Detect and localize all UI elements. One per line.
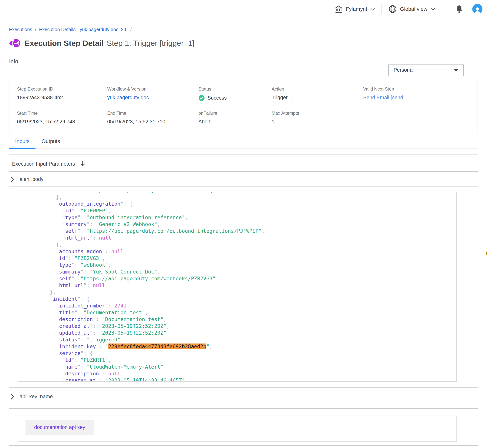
chevron-down-icon: [430, 7, 435, 11]
code-line: "status": "triggered",: [38, 336, 456, 343]
alert-body-collapse-row[interactable]: alert_body: [9, 172, 478, 186]
download-arrow-icon[interactable]: [80, 161, 86, 167]
field-label: Status: [198, 86, 272, 92]
code-line: },: [38, 289, 456, 296]
bell-icon: [455, 5, 463, 13]
field-value: Abort: [198, 119, 272, 125]
code-line: "type": "webhook",: [38, 262, 456, 268]
org-label: Fylamynt: [346, 6, 367, 12]
code-line: "updated_at": "2023-05-19T22:52:20Z",: [38, 329, 456, 336]
code-line: "html_url": null: [38, 282, 456, 289]
field-step-execution-id: Step Execution ID 18992a43-9538-4b2…: [17, 86, 107, 101]
divider: [9, 408, 478, 409]
view-label: Global view: [400, 6, 427, 12]
scope-select[interactable]: Personal: [388, 64, 464, 76]
field-value: 1: [272, 119, 363, 125]
org-switcher[interactable]: Fylamynt: [334, 5, 375, 13]
avatar[interactable]: [472, 4, 482, 14]
field-label: Max Attempts: [272, 111, 363, 116]
page-title: Execution Step Detail: [24, 39, 104, 48]
code-line: "incident": {: [38, 296, 456, 302]
execution-input-parameters-label: Execution Input Parameters: [12, 161, 75, 167]
top-bar: Fylamynt Global view: [0, 0, 487, 18]
code-line: "accounts_addon": null,: [38, 248, 456, 255]
api-key-name-value-box: documentation api key: [18, 416, 457, 442]
workflow-link[interactable]: yuk pagerduty doc: [107, 95, 149, 101]
breadcrumb-separator: /: [130, 27, 132, 32]
field-valid-next-step: Valid Next Step Send Email [send_…: [363, 86, 474, 101]
alert-body-label: alert_body: [20, 176, 43, 182]
tab-inputs[interactable]: Inputs: [9, 138, 35, 149]
api-key-name-label: api_key_name: [20, 394, 53, 400]
tab-outputs[interactable]: Outputs: [35, 138, 66, 148]
divider: [9, 186, 478, 187]
code-line: "summary": "Generic V2 Webhook",: [38, 221, 456, 228]
code-line: "name": "CloudWatch-Memory-Alert",: [38, 363, 456, 370]
field-value: 18992a43-9538-4b2…: [17, 95, 107, 101]
field-label: Action: [272, 86, 363, 92]
page: Executions / Execution Details - yuk pag…: [0, 27, 487, 448]
code-line: },: [38, 194, 456, 200]
scope-select-value: Personal: [394, 67, 414, 73]
code-content: "self": "https://api.pagerduty.com/outbo…: [38, 192, 456, 382]
field-label: Start Time: [17, 111, 107, 116]
field-label: End Time: [107, 111, 198, 116]
code-line: "self": "https://api.pagerduty.com/outbo…: [38, 228, 456, 234]
next-step-link[interactable]: Send Email [send_…: [363, 95, 411, 101]
code-line: },: [38, 241, 456, 248]
chevron-right-icon: [11, 394, 14, 400]
view-switcher[interactable]: Global view: [388, 5, 435, 13]
code-line: "type": "outbound_integration_reference"…: [38, 214, 456, 221]
code-line: "id": "PJFWPEP",: [38, 207, 456, 214]
code-line: "description": "Documentation test",: [38, 316, 456, 323]
code-line: "service": {: [38, 350, 456, 357]
page-subtitle: Step 1: Trigger [trigger_1]: [107, 39, 195, 48]
chevron-right-icon: [11, 176, 14, 182]
title-row: Execution Step Detail Step 1: Trigger [t…: [9, 38, 478, 49]
bank-icon: [334, 5, 343, 13]
code-line: "id": "PUZKRT1",: [38, 357, 456, 363]
field-onfailure: onFailure Abort: [198, 111, 272, 125]
code-line: "self": "https://api.pagerduty.com/outbo…: [38, 192, 456, 194]
code-line: "incident_number": 2741,: [38, 302, 456, 309]
caret-down-icon: [454, 69, 458, 72]
field-end-time: End Time 05/19/2023, 15:52:31.710: [107, 111, 198, 125]
field-label: Step Execution ID: [17, 86, 107, 92]
scrollbar-match-marker[interactable]: [486, 252, 487, 255]
field-value: Trigger_1: [272, 95, 363, 101]
field-max-attempts: Max Attempts 1: [272, 111, 363, 125]
tab-bar: Inputs Outputs: [9, 138, 478, 148]
api-key-name-chip[interactable]: documentation api key: [25, 420, 94, 435]
alert-body-json-viewer[interactable]: "self": "https://api.pagerduty.com/outbo…: [18, 192, 457, 382]
code-line: "description": null,: [38, 370, 456, 377]
globe-icon: [388, 5, 397, 13]
field-start-time: Start Time 05/19/2023, 15:52:29.748: [17, 111, 107, 125]
workflow-logo-icon: [9, 38, 20, 49]
code-line: "id": "PZB2VG3",: [38, 255, 456, 262]
code-line: "self": "https://api.pagerduty.com/webho…: [38, 275, 456, 282]
code-line: "html_url": null: [38, 234, 456, 241]
breadcrumb-execution-details[interactable]: Execution Details - yuk pagerduty doc: 2…: [39, 27, 127, 32]
code-line: "outbound_integration": {: [38, 200, 456, 207]
field-value: 05/19/2023, 15:52:31.710: [107, 119, 198, 125]
field-value: 05/19/2023, 15:52:29.748: [17, 119, 107, 125]
api-key-value-collapse-row[interactable]: api_key_value: [9, 446, 478, 448]
field-status: Status Success: [198, 86, 272, 101]
info-section-title: Info: [9, 58, 478, 64]
field-label: Valid Next Step: [363, 86, 474, 92]
breadcrumb-executions[interactable]: Executions: [9, 27, 32, 32]
api-key-name-collapse-row[interactable]: api_key_name: [9, 388, 478, 408]
code-line: "created_at": "2023-05-19T14:33:46.465Z"…: [38, 377, 456, 382]
breadcrumb: Executions / Execution Details - yuk pag…: [9, 27, 478, 32]
topbar-divider: [442, 4, 442, 14]
status-badge: Success: [207, 95, 227, 101]
code-line: "incident_key": "229efec8feda44778d3fe69…: [38, 343, 456, 350]
breadcrumb-separator: /: [35, 27, 36, 32]
code-line: "created_at": "2023-05-19T22:52:20Z",: [38, 323, 456, 329]
code-line: "title": "Documentation test",: [38, 309, 456, 316]
execution-input-parameters-header: Execution Input Parameters: [9, 154, 478, 171]
field-label: onFailure: [198, 111, 272, 116]
code-line: "summary": "Yuk Spot Connect Doc",: [38, 268, 456, 275]
topbar-divider: [381, 4, 382, 14]
notifications-button[interactable]: [455, 5, 463, 13]
